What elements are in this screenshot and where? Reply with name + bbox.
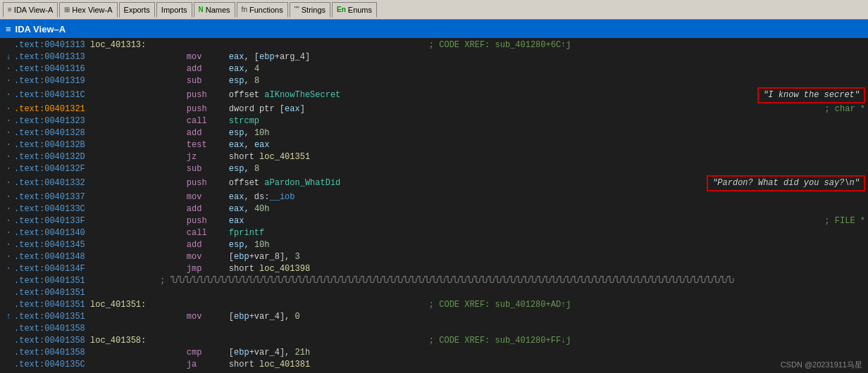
string-box-2: "Pardon? What did you say?\n": [707, 175, 865, 191]
code-line: · .text:00401321 push dword ptr [eax] ; …: [0, 103, 868, 115]
code-line: · .text:0040133F push eax ; FILE *: [0, 215, 868, 227]
mnemonic: push: [187, 215, 229, 227]
comment: ; CODE XREF: sub_401280+6C↑j: [155, 39, 571, 51]
tab-functions-label: Functions: [249, 6, 283, 14]
code-line: .text:00401358 cmp [ebp+var_4], 21h: [0, 347, 868, 359]
mnemonic: add: [187, 63, 229, 75]
line-prefix: ·: [3, 151, 14, 163]
addr: .text:00401313: [14, 51, 187, 63]
addr: .text:00401351: [14, 287, 155, 299]
tab-imports[interactable]: Imports: [156, 2, 192, 18]
operand: esp, 8: [229, 163, 865, 175]
tab-imports-label: Imports: [161, 6, 187, 14]
code-line: · .text:00401348 mov [ebp+var_8], 3: [0, 251, 868, 263]
code-line: · .text:00401337 mov eax, ds:__iob: [0, 191, 868, 203]
code-line: .text:00401351 ; ჀჀჀჀჀჀჀჀჀჀჀჀჀჀჀჀჀჀჀჀჀჀჀ…: [0, 275, 868, 287]
line-prefix: ·: [3, 139, 14, 151]
code-line: · .text:0040132D jz short loc_401351: [0, 151, 868, 163]
comment: "I know the secret": [748, 87, 865, 103]
tab-names[interactable]: N Names: [194, 2, 235, 18]
line-prefix: ↓: [3, 51, 14, 63]
addr: .text:0040132D: [14, 151, 187, 163]
tab-ida-view-a-label: IDA View-A: [14, 6, 53, 14]
line-prefix: ·: [3, 115, 14, 127]
code-line: .text:00401313 loc_401313: ; CODE XREF: …: [0, 39, 868, 51]
mnemonic: jmp: [187, 263, 229, 275]
operand: [ebp+var_4], 0: [229, 311, 865, 323]
hex-view-icon: ⊞: [64, 6, 70, 13]
addr: .text:00401348: [14, 251, 187, 263]
addr: .text:0040135C: [14, 359, 187, 371]
code-line: · .text:00401316 add eax, 4: [0, 63, 868, 75]
code-line: ↓ .text:00401313 mov eax, [ebp+arg_4]: [0, 51, 868, 63]
operand: eax, eax: [229, 139, 865, 151]
tab-functions[interactable]: fn Functions: [237, 2, 288, 18]
operand: offset aIKnowTheSecret: [229, 89, 748, 101]
line-prefix: [3, 359, 14, 371]
tab-exports[interactable]: Exports: [119, 2, 155, 18]
comment: ; CODE XREF: sub_401280+FF↓j: [155, 335, 571, 347]
code-line: · .text:00401328 add esp, 10h: [0, 127, 868, 139]
tab-exports-label: Exports: [124, 6, 150, 14]
operand: eax, ds:__iob: [229, 191, 865, 203]
functions-icon: fn: [242, 6, 247, 13]
operand: esp, 8: [229, 75, 865, 87]
line-prefix: ·: [3, 203, 14, 215]
line-prefix: ·: [3, 127, 14, 139]
watermark: CSDN @20231911马星: [781, 360, 862, 370]
tab-enums-label: Enums: [348, 6, 372, 14]
line-prefix: ·: [3, 263, 14, 275]
code-line: · .text:0040131C push offset aIKnowTheSe…: [0, 87, 868, 103]
tab-names-label: Names: [206, 6, 230, 14]
mnemonic: add: [187, 203, 229, 215]
mnemonic: push: [187, 177, 229, 189]
code-line: .text:00401358: [0, 323, 868, 335]
line-prefix: ·: [3, 103, 14, 115]
addr: .text:00401321: [14, 103, 187, 115]
line-prefix: ·: [3, 215, 14, 227]
mnemonic: push: [187, 103, 229, 115]
mnemonic: push: [187, 89, 229, 101]
addr: .text:00401345: [14, 239, 187, 251]
line-prefix: [3, 275, 14, 287]
line-prefix: [3, 347, 14, 359]
tab-hex-view-a[interactable]: ⊞ Hex View-A: [59, 2, 117, 18]
addr: .text:00401358: [14, 347, 187, 359]
operand: eax, [ebp+arg_4]: [229, 51, 865, 63]
operand: short loc_401381: [229, 359, 865, 371]
addr: .text:0040133C: [14, 203, 187, 215]
tab-hex-view-a-label: Hex View-A: [72, 6, 112, 14]
enums-icon: En: [337, 6, 346, 13]
operand: fprintf: [229, 227, 865, 239]
addr: .text:00401358 loc_401358:: [14, 335, 155, 347]
code-line: .text:00401358 loc_401358: ; CODE XREF: …: [0, 335, 868, 347]
operand: [ebp+var_4], 21h: [229, 347, 865, 359]
operand: offset aPardon_WhatDid: [229, 177, 698, 189]
tab-ida-view-a[interactable]: ≡ IDA View-A: [3, 2, 58, 18]
code-view[interactable]: .text:00401313 loc_401313: ; CODE XREF: …: [0, 38, 868, 373]
operand: short loc_401351: [229, 151, 865, 163]
mnemonic: add: [187, 127, 229, 139]
line-prefix: ·: [3, 163, 14, 175]
operand: esp, 10h: [229, 127, 865, 139]
tab-enums[interactable]: En Enums: [332, 2, 377, 18]
addr: .text:00401340: [14, 227, 187, 239]
addr: .text:00401323: [14, 115, 187, 127]
comment: "Pardon? What did you say?\n": [698, 175, 865, 191]
comment: ; CODE XREF: sub_401280+AD↑j: [155, 299, 571, 311]
mnemonic: ja: [187, 359, 229, 371]
mnemonic: sub: [187, 75, 229, 87]
code-line: · .text:0040132F sub esp, 8: [0, 163, 868, 175]
line-prefix: ·: [3, 89, 14, 101]
tab-strings[interactable]: "" Strings: [290, 2, 330, 18]
addr: .text:00401337: [14, 191, 187, 203]
addr: .text:00401358: [14, 323, 155, 335]
line-prefix: ·: [3, 63, 14, 75]
mnemonic: add: [187, 239, 229, 251]
mnemonic: mov: [187, 51, 229, 63]
line-prefix: ↑: [3, 311, 14, 323]
mnemonic: cmp: [187, 347, 229, 359]
string-box-1: "I know the secret": [757, 87, 865, 103]
operand: dword ptr [eax]: [229, 103, 819, 115]
mnemonic: call: [187, 227, 229, 239]
